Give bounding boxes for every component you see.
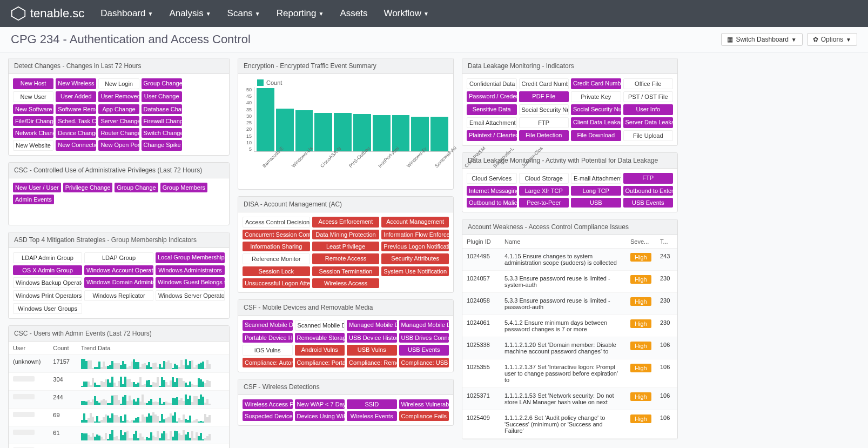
- table-row[interactable]: 10253551.1.1.2.1.37 Set 'Interactive log…: [462, 359, 677, 388]
- table-row[interactable]: 10253711.1.1.2.1.53 Set 'Network securit…: [462, 388, 677, 410]
- indicator-tag[interactable]: Security Attributes: [381, 253, 449, 264]
- indicator-tag[interactable]: Outbound to External: [623, 186, 674, 196]
- indicator-tag[interactable]: Device Change: [56, 128, 96, 138]
- indicator-tag[interactable]: Previous Logon Notification: [381, 242, 449, 251]
- chart-bar[interactable]: [373, 115, 391, 151]
- indicator-tag[interactable]: USB Device History: [347, 333, 397, 343]
- indicator-tag[interactable]: File Upload: [623, 130, 674, 141]
- indicator-tag[interactable]: Wireless Access Points: [243, 399, 293, 409]
- indicator-tag[interactable]: Privilege Change: [63, 183, 113, 192]
- indicator-tag[interactable]: Suspected Devices: [243, 411, 293, 421]
- indicator-tag[interactable]: Email Attachment: [467, 117, 517, 128]
- chart-bar[interactable]: [430, 117, 448, 151]
- indicator-tag[interactable]: Windows Administrators: [156, 265, 225, 275]
- indicator-tag[interactable]: Account Management: [381, 217, 449, 228]
- indicator-tag[interactable]: Password / Credentials: [467, 91, 517, 102]
- table-row[interactable]: 10240585.3.3 Ensure password reuse is li…: [462, 293, 677, 315]
- chart-bar[interactable]: [392, 115, 410, 151]
- indicator-tag[interactable]: New Wireless Host: [56, 78, 96, 89]
- chart-bar[interactable]: [411, 117, 429, 151]
- indicator-tag[interactable]: Windows Account Operators: [84, 265, 153, 275]
- table-row[interactable]: (unknown)17157: [9, 355, 229, 373]
- indicator-tag[interactable]: Access Enforcement: [312, 217, 380, 228]
- chart-bar[interactable]: [257, 88, 274, 151]
- table-row[interactable]: 304: [9, 373, 229, 391]
- indicator-tag[interactable]: User Info: [623, 104, 674, 115]
- indicator-tag[interactable]: Information Sharing: [243, 242, 310, 251]
- indicator-tag[interactable]: Server Data Leakage: [623, 117, 674, 128]
- indicator-tag[interactable]: Group Change: [115, 183, 158, 192]
- indicator-tag[interactable]: Plaintext / Cleartext: [467, 130, 517, 141]
- indicator-tag[interactable]: Information Flow Enforcement: [381, 230, 449, 239]
- indicator-tag[interactable]: LDAP Group: [84, 252, 153, 263]
- indicator-tag[interactable]: Concurrent Session Control: [243, 230, 310, 239]
- switch-dashboard-button[interactable]: ▦ Switch Dashboard ▼: [721, 33, 802, 46]
- indicator-tag[interactable]: Sensitive Data: [467, 104, 517, 115]
- indicator-tag[interactable]: Least Privilege: [312, 242, 380, 251]
- nav-item-scans[interactable]: Scans ▼: [227, 8, 260, 19]
- indicator-tag[interactable]: USB Drives Connected: [399, 333, 449, 343]
- indicator-tag[interactable]: iOS Vulns: [243, 345, 293, 356]
- indicator-tag[interactable]: Portable Device History: [243, 333, 293, 343]
- indicator-tag[interactable]: Session Lock: [243, 266, 310, 276]
- indicator-tag[interactable]: Compliance: Autorun: [243, 358, 293, 367]
- indicator-tag[interactable]: File Download: [571, 130, 621, 141]
- indicator-tag[interactable]: System Use Notification: [381, 266, 449, 276]
- indicator-tag[interactable]: FTP: [519, 117, 569, 128]
- indicator-tag[interactable]: Confidential Data: [467, 78, 517, 89]
- indicator-tag[interactable]: Credit Card Number: [571, 78, 621, 89]
- indicator-tag[interactable]: Admin Events: [13, 195, 54, 204]
- indicator-tag[interactable]: Devices Using WiFi: [295, 411, 345, 421]
- indicator-tag[interactable]: PDF File: [519, 91, 569, 102]
- indicator-tag[interactable]: USB: [571, 198, 621, 208]
- indicator-tag[interactable]: Software Removed: [56, 104, 96, 114]
- nav-item-reporting[interactable]: Reporting ▼: [277, 8, 324, 19]
- indicator-tag[interactable]: Private Key: [571, 91, 621, 102]
- indicator-tag[interactable]: File Detection: [519, 130, 569, 141]
- indicator-tag[interactable]: User Added: [56, 91, 96, 102]
- indicator-tag[interactable]: Sched. Task Change: [56, 116, 96, 126]
- indicator-tag[interactable]: Reference Monitor: [243, 253, 310, 264]
- indicator-tag[interactable]: Wireless Vulnerabilities: [399, 399, 449, 409]
- indicator-tag[interactable]: Database Change: [142, 104, 182, 114]
- indicator-tag[interactable]: Managed Mobile Devices: [347, 320, 397, 331]
- indicator-tag[interactable]: New WAP < 7 Days: [295, 399, 345, 409]
- indicator-tag[interactable]: Long TCP: [571, 186, 621, 196]
- indicator-tag[interactable]: Wireless Events: [347, 411, 397, 421]
- indicator-tag[interactable]: Peer-to-Peer: [519, 198, 569, 208]
- chart-bar[interactable]: [276, 109, 294, 151]
- indicator-tag[interactable]: LDAP Admin Group: [13, 252, 82, 263]
- indicator-tag[interactable]: Credit Card Number: [519, 78, 569, 89]
- indicator-tag[interactable]: Server Change: [98, 116, 139, 126]
- indicator-tag[interactable]: New Host: [13, 78, 53, 89]
- indicator-tag[interactable]: Wireless Access: [312, 278, 380, 288]
- indicator-tag[interactable]: Managed Mobile Devices: [399, 320, 449, 331]
- table-row[interactable]: 10254091.1.1.2.2.6 Set 'Audit policy cha…: [462, 410, 677, 439]
- indicator-tag[interactable]: File/Dir Change: [13, 116, 53, 126]
- indicator-tag[interactable]: Scanned Mobile Devices: [295, 320, 345, 331]
- indicator-tag[interactable]: Removable Storage: [295, 333, 345, 343]
- indicator-tag[interactable]: USB Events: [623, 198, 674, 208]
- nav-item-assets[interactable]: Assets: [340, 8, 367, 19]
- options-button[interactable]: ✿ Options ▼: [807, 33, 857, 46]
- indicator-tag[interactable]: Scanned Mobile Devices: [243, 320, 293, 331]
- indicator-tag[interactable]: SSID: [347, 399, 397, 409]
- indicator-tag[interactable]: Compliance: Removable: [347, 358, 397, 367]
- indicator-tag[interactable]: FTP: [623, 173, 674, 184]
- indicator-tag[interactable]: Compliance Fails: [399, 411, 449, 421]
- indicator-tag[interactable]: Session Termination: [312, 266, 380, 276]
- table-row[interactable]: 10240615.4.1.2 Ensure minimum days betwe…: [462, 315, 677, 337]
- indicator-tag[interactable]: Internet Messaging: [467, 186, 517, 196]
- indicator-tag[interactable]: Windows User Groups: [13, 303, 82, 314]
- indicator-tag[interactable]: Access Control Decisions: [243, 217, 310, 228]
- indicator-tag[interactable]: Compliance: Portable: [295, 358, 345, 367]
- indicator-tag[interactable]: USB Vulns: [347, 345, 397, 356]
- table-row[interactable]: 47: [9, 444, 229, 449]
- indicator-tag[interactable]: Group Change: [142, 78, 182, 89]
- chart-bar[interactable]: [334, 113, 352, 151]
- indicator-tag[interactable]: Windows Print Operators: [13, 290, 82, 301]
- table-row[interactable]: 10253381.1.1.2.1.20 Set 'Domain member: …: [462, 337, 677, 359]
- indicator-tag[interactable]: E-mail Attachment: [571, 173, 621, 184]
- indicator-tag[interactable]: Unsuccessful Logon Attempts: [243, 278, 310, 288]
- indicator-tag[interactable]: Data Mining Protection: [312, 230, 380, 239]
